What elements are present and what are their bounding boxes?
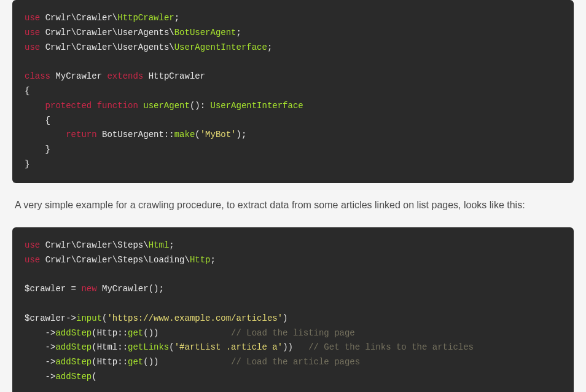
namespace: Loading — [149, 255, 185, 265]
namespace: Crwlr — [45, 13, 71, 23]
classname: HttpCrawler — [149, 71, 205, 81]
static-method: get — [128, 357, 143, 367]
classname: Html — [149, 240, 170, 250]
keyword-function: function — [97, 101, 138, 111]
namespace: Crawler — [76, 13, 112, 23]
keyword-use: use — [25, 255, 40, 265]
namespace: Crwlr — [45, 255, 71, 265]
keyword-use: use — [25, 240, 40, 250]
classname: BotUserAgent — [102, 130, 164, 139]
static-method: getLinks — [128, 342, 169, 352]
namespace: Crwlr — [45, 28, 71, 37]
code-block-1: use Crwlr\Crawler\HttpCrawler; use Crwlr… — [12, 0, 574, 183]
method-call: addStep — [55, 342, 92, 352]
method-call: addStep — [55, 372, 92, 382]
namespace: Crwlr — [45, 42, 71, 52]
keyword-use: use — [25, 13, 40, 23]
namespace: Steps — [117, 255, 143, 265]
namespace: Steps — [117, 240, 143, 250]
string-literal: 'https://www.example.com/articles' — [107, 313, 283, 323]
variable: $crawler — [25, 313, 66, 323]
classname: HttpCrawler — [117, 13, 174, 23]
variable: $crawler — [25, 284, 66, 294]
keyword-use: use — [25, 42, 40, 52]
classname: Html — [97, 342, 118, 352]
static-method: make — [174, 130, 195, 139]
keyword-use: use — [25, 28, 40, 37]
comment: // Load the article pages — [231, 357, 360, 367]
code-content-1: use Crwlr\Crawler\HttpCrawler; use Crwlr… — [25, 11, 561, 172]
method-call: addStep — [55, 328, 92, 338]
function-name: userAgent — [143, 101, 190, 111]
comment: // Load the listing page — [231, 328, 355, 338]
keyword-extends: extends — [107, 71, 143, 81]
code-content-2: use Crwlr\Crawler\Steps\Html; use Crwlr\… — [25, 238, 561, 385]
string-literal: 'MyBot' — [200, 130, 236, 139]
namespace: Crawler — [76, 28, 112, 37]
namespace: Crawler — [76, 42, 112, 52]
string-literal: '#artList .article a' — [174, 342, 283, 352]
keyword-protected: protected — [45, 101, 92, 111]
namespace: Crwlr — [45, 240, 71, 250]
namespace: Crawler — [76, 255, 112, 265]
classname: Http — [190, 255, 211, 265]
return-type: UserAgentInterface — [211, 101, 303, 111]
classname: MyCrawler — [102, 284, 149, 294]
keyword-class: class — [25, 71, 50, 81]
namespace: Crawler — [76, 240, 112, 250]
namespace: UserAgents — [117, 28, 169, 37]
namespace: UserAgents — [117, 42, 169, 52]
classname: Http — [97, 357, 118, 367]
method-call: addStep — [55, 357, 92, 367]
keyword-return: return — [66, 130, 96, 139]
method-call: input — [76, 313, 102, 323]
classname: Http — [97, 328, 118, 338]
classname: BotUserAgent — [174, 28, 236, 37]
code-block-2: use Crwlr\Crawler\Steps\Html; use Crwlr\… — [12, 227, 574, 392]
keyword-new: new — [81, 284, 96, 294]
static-method: get — [128, 328, 143, 338]
description-paragraph: A very simple example for a crawling pro… — [15, 198, 571, 213]
classname: MyCrawler — [55, 71, 102, 81]
comment: // Get the links to the articles — [308, 342, 474, 352]
classname: UserAgentInterface — [174, 42, 267, 52]
